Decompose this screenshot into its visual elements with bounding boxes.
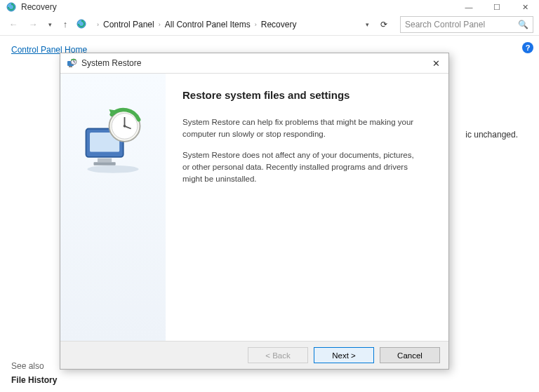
minimize-button[interactable]: — [455,0,483,14]
dialog-body: Restore system files and settings System… [60,73,448,341]
chevron-right-icon: › [157,21,162,28]
forward-button[interactable]: → [25,17,41,32]
dialog-paragraph-2: System Restore does not affect any of yo… [182,149,421,184]
svg-rect-9 [94,162,116,165]
refresh-button[interactable]: ⟳ [376,20,392,29]
dialog-paragraph-1: System Restore can help fix problems tha… [182,116,421,140]
dialog-title: System Restore [81,58,141,68]
breadcrumb[interactable]: › Control Panel › All Control Panel Item… [93,20,358,29]
svg-rect-3 [69,66,72,67]
chevron-right-icon: › [95,21,100,28]
search-input[interactable]: Search Control Panel 🔍 [400,16,533,33]
crumb-all-items[interactable]: All Control Panel Items [165,20,251,29]
recent-locations-dropdown[interactable]: ▾ [45,21,55,28]
back-button-dialog: < Back [248,347,308,363]
window-controls: — ☐ ✕ [455,0,539,14]
maximize-button[interactable]: ☐ [483,0,511,14]
chevron-right-icon: › [253,21,258,28]
svg-point-14 [124,125,126,128]
navigation-bar: ← → ▾ ↑ › Control Panel › All Control Pa… [0,13,539,36]
close-window-button[interactable]: ✕ [511,0,539,14]
address-dropdown[interactable]: ▾ [362,21,372,28]
crumb-recovery[interactable]: Recovery [261,20,297,29]
dialog-close-button[interactable]: ✕ [429,56,443,70]
dialog-heading: Restore system files and settings [182,89,432,101]
window-title: Recovery [21,2,57,12]
background-text-fragment: ic unchanged. [465,130,518,140]
system-restore-icon [66,58,77,69]
system-restore-dialog: System Restore ✕ Res [60,53,449,370]
up-button[interactable]: ↑ [59,18,72,31]
address-bar-icon [76,18,88,31]
back-button[interactable]: ← [6,17,21,32]
recovery-icon [6,1,17,13]
next-button[interactable]: Next > [314,347,374,363]
system-restore-illustration [74,102,152,179]
dialog-main: Restore system files and settings System… [166,74,448,341]
dialog-titlebar: System Restore ✕ [60,53,448,73]
svg-point-5 [87,165,138,173]
file-history-link[interactable]: File History [11,375,57,385]
search-placeholder: Search Control Panel [405,20,485,29]
dialog-footer: < Back Next > Cancel [60,341,448,369]
dialog-sidebar [60,74,166,341]
see-also-label: See also [11,361,44,371]
svg-rect-8 [98,158,112,163]
cancel-button[interactable]: Cancel [380,347,440,363]
crumb-control-panel[interactable]: Control Panel [103,20,154,29]
search-icon: 🔍 [518,20,528,29]
